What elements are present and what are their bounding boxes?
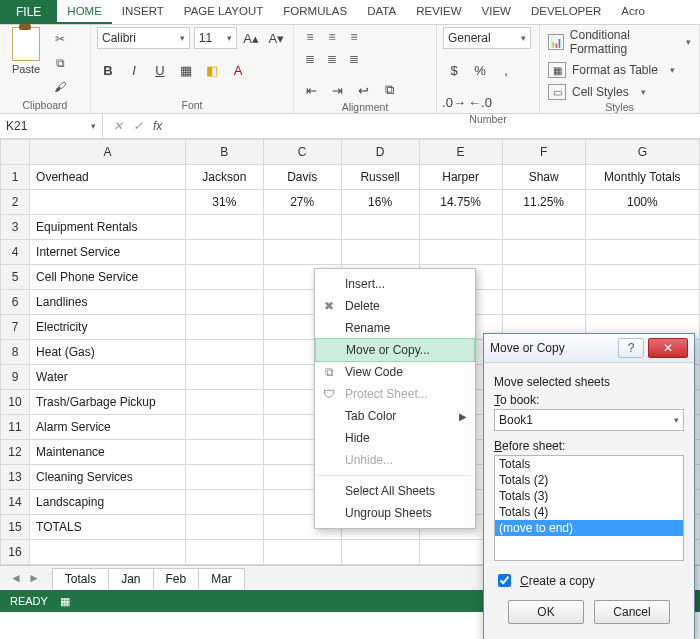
name-box[interactable]: K21 ▾ <box>0 114 103 138</box>
before-sheet-list[interactable]: TotalsTotals (2)Totals (3)Totals (4)(mov… <box>494 455 684 561</box>
menu-tab-color[interactable]: Tab Color▶ <box>315 405 475 427</box>
menu-move-or-copy[interactable]: Move or Copy... <box>315 338 475 362</box>
cell[interactable] <box>185 415 263 440</box>
cell[interactable] <box>185 265 263 290</box>
sheet-tab[interactable]: Jan <box>108 568 153 589</box>
increase-indent-button[interactable]: ⇥ <box>326 79 348 101</box>
cell[interactable]: TOTALS <box>30 515 186 540</box>
cell[interactable]: 31% <box>185 190 263 215</box>
row-header[interactable]: 11 <box>1 415 30 440</box>
column-header[interactable]: E <box>419 140 502 165</box>
percent-button[interactable]: % <box>469 59 491 81</box>
scroll-tabs-right-icon[interactable]: ► <box>28 571 40 585</box>
cell[interactable] <box>185 240 263 265</box>
cell[interactable] <box>185 440 263 465</box>
tab-formulas[interactable]: FORMULAS <box>273 0 357 24</box>
before-sheet-list-item[interactable]: Totals <box>495 456 683 472</box>
cell[interactable]: Jackson <box>185 165 263 190</box>
cell[interactable]: Landlines <box>30 290 186 315</box>
cell[interactable]: Cleaning Services <box>30 465 186 490</box>
cell[interactable] <box>263 540 341 565</box>
row-header[interactable]: 8 <box>1 340 30 365</box>
cell[interactable]: Russell <box>341 165 419 190</box>
to-book-combo[interactable]: Book1 ▾ <box>494 409 684 431</box>
cell[interactable] <box>185 340 263 365</box>
cell[interactable] <box>185 290 263 315</box>
cell[interactable] <box>185 465 263 490</box>
row-header[interactable]: 2 <box>1 190 30 215</box>
cell[interactable]: Davis <box>263 165 341 190</box>
cell[interactable]: Monthly Totals <box>585 165 699 190</box>
column-header[interactable]: B <box>185 140 263 165</box>
wrap-text-button[interactable]: ↩ <box>352 79 374 101</box>
column-header[interactable]: F <box>502 140 585 165</box>
sheet-tab[interactable]: Mar <box>198 568 245 589</box>
row-header[interactable]: 3 <box>1 215 30 240</box>
cell[interactable] <box>185 490 263 515</box>
currency-button[interactable]: $ <box>443 59 465 81</box>
fx-icon[interactable]: fx <box>153 119 162 133</box>
cell[interactable]: 100% <box>585 190 699 215</box>
cell[interactable] <box>185 215 263 240</box>
tab-page-layout[interactable]: PAGE LAYOUT <box>174 0 273 24</box>
tab-home[interactable]: HOME <box>57 0 112 24</box>
decrease-indent-button[interactable]: ⇤ <box>300 79 322 101</box>
sheet-tab[interactable]: Totals <box>52 568 109 589</box>
cell[interactable] <box>263 240 341 265</box>
before-sheet-list-item[interactable]: Totals (4) <box>495 504 683 520</box>
cell[interactable] <box>185 315 263 340</box>
cell[interactable]: Maintenance <box>30 440 186 465</box>
format-as-table-button[interactable]: ▦ Format as Table▾ <box>546 61 677 79</box>
menu-protect-sheet[interactable]: 🛡Protect Sheet... <box>315 383 475 405</box>
format-painter-button[interactable]: 🖌 <box>50 77 70 97</box>
row-header[interactable]: 10 <box>1 390 30 415</box>
file-tab[interactable]: FILE <box>0 0 57 24</box>
cell[interactable]: 14.75% <box>419 190 502 215</box>
merge-center-button[interactable]: ⧉ <box>378 79 400 101</box>
cell[interactable] <box>585 240 699 265</box>
menu-insert[interactable]: Insert... <box>315 273 475 295</box>
cut-button[interactable]: ✂ <box>50 29 70 49</box>
paste-button[interactable]: Paste <box>6 27 46 75</box>
cancel-button[interactable]: Cancel <box>594 600 670 624</box>
comma-button[interactable]: , <box>495 59 517 81</box>
dialog-help-button[interactable]: ? <box>618 338 644 358</box>
menu-select-all-sheets[interactable]: Select All Sheets <box>315 480 475 502</box>
column-header[interactable]: G <box>585 140 699 165</box>
cell[interactable]: Trash/Garbage Pickup <box>30 390 186 415</box>
cell[interactable] <box>585 265 699 290</box>
before-sheet-list-item[interactable]: Totals (3) <box>495 488 683 504</box>
row-header[interactable]: 14 <box>1 490 30 515</box>
align-top-button[interactable]: ≡ <box>300 27 320 47</box>
row-header[interactable]: 6 <box>1 290 30 315</box>
select-all-cell[interactable] <box>1 140 30 165</box>
align-center-button[interactable]: ≣ <box>322 49 342 69</box>
menu-hide[interactable]: Hide <box>315 427 475 449</box>
dialog-close-button[interactable]: ✕ <box>648 338 688 358</box>
number-format-combo[interactable]: General▾ <box>443 27 531 49</box>
column-header[interactable]: A <box>30 140 186 165</box>
menu-view-code[interactable]: ⧉View Code <box>315 361 475 383</box>
row-header[interactable]: 5 <box>1 265 30 290</box>
borders-button[interactable]: ▦ <box>175 59 197 81</box>
cell[interactable] <box>585 290 699 315</box>
tab-acrobat[interactable]: Acro <box>611 0 655 24</box>
increase-font-button[interactable]: A▴ <box>241 27 262 49</box>
scroll-tabs-left-icon[interactable]: ◄ <box>10 571 22 585</box>
row-header[interactable]: 4 <box>1 240 30 265</box>
align-right-button[interactable]: ≣ <box>344 49 364 69</box>
cell[interactable]: Equipment Rentals <box>30 215 186 240</box>
cell[interactable] <box>341 540 419 565</box>
macro-record-icon[interactable]: ▦ <box>60 595 70 608</box>
row-header[interactable]: 9 <box>1 365 30 390</box>
cell[interactable] <box>502 240 585 265</box>
font-name-combo[interactable]: Calibri▾ <box>97 27 190 49</box>
menu-delete[interactable]: ✖Delete <box>315 295 475 317</box>
fill-color-button[interactable]: ◧ <box>201 59 223 81</box>
column-header[interactable]: D <box>341 140 419 165</box>
cell[interactable] <box>502 290 585 315</box>
dialog-titlebar[interactable]: Move or Copy ? ✕ <box>484 334 694 363</box>
align-middle-button[interactable]: ≡ <box>322 27 342 47</box>
cell-styles-button[interactable]: ▭ Cell Styles▾ <box>546 83 648 101</box>
row-header[interactable]: 16 <box>1 540 30 565</box>
